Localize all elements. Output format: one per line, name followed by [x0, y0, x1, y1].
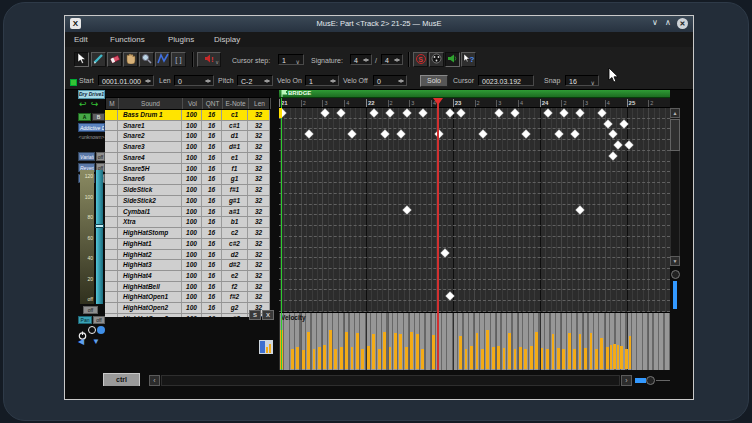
velocity-bar[interactable]	[323, 345, 326, 369]
mute-cell[interactable]	[105, 131, 118, 141]
next-part-arrow-icon[interactable]: ▼	[92, 337, 100, 346]
grid-row[interactable]	[279, 162, 670, 173]
velocity-bar[interactable]	[497, 346, 500, 369]
vzoom-slider[interactable]	[673, 281, 677, 309]
grid-row[interactable]	[279, 215, 670, 226]
mute-cell[interactable]	[105, 250, 118, 260]
vertical-scroll-thumb[interactable]	[670, 119, 680, 151]
velocity-bar[interactable]	[340, 347, 343, 369]
ctrl-tab[interactable]: ctrl	[103, 373, 140, 386]
drum-row-sidestick[interactable]: SideStick10016f#132	[105, 185, 270, 196]
pan-off-chip[interactable]: off	[93, 316, 105, 324]
velocity-bar[interactable]	[372, 334, 375, 369]
grid-row[interactable]	[279, 258, 670, 269]
mute-cell[interactable]	[105, 174, 118, 184]
midi-panic-button[interactable]: ! ∨	[197, 52, 221, 67]
whatsthis-button[interactable]: ?	[461, 52, 476, 67]
controller-off-chip[interactable]: off	[96, 152, 105, 161]
grid-row[interactable]	[279, 237, 670, 248]
velocity-bar[interactable]	[410, 332, 413, 369]
velocity-bar[interactable]	[573, 349, 576, 369]
drum-row-snare5h[interactable]: Snare5H10016f132	[105, 164, 270, 175]
velocity-bar[interactable]	[541, 348, 544, 369]
timeline-ruler[interactable]: 21234222342323424234252	[279, 98, 670, 108]
grid-row[interactable]	[279, 183, 670, 194]
velocity-bar[interactable]	[535, 332, 538, 369]
mute-cell[interactable]	[105, 282, 118, 292]
solo-button[interactable]: Solo	[420, 75, 448, 87]
bank-b-button[interactable]: B	[92, 113, 105, 121]
velocity-bar[interactable]	[356, 333, 359, 369]
drum-row-snare1[interactable]: Snare110016c#132	[105, 121, 270, 132]
mute-cell[interactable]	[105, 217, 118, 227]
drum-row-highhat1[interactable]: HighHat110016c#232	[105, 239, 270, 250]
velocity-bar[interactable]	[600, 338, 603, 369]
menu-display[interactable]: Display	[214, 35, 240, 44]
prev-part-arrow-icon[interactable]: ◀	[78, 337, 84, 346]
ctrl-graph-icon[interactable]	[259, 340, 273, 358]
velocity-bar[interactable]	[432, 335, 435, 369]
velocity-bar[interactable]	[562, 349, 565, 369]
velocity-bar[interactable]	[329, 330, 332, 369]
step-record-button[interactable]: S	[413, 52, 428, 67]
velocity-bar[interactable]	[302, 350, 305, 369]
velocity-bar[interactable]	[291, 349, 294, 369]
signature-denominator[interactable]: 4	[381, 54, 403, 65]
velocity-bar[interactable]	[524, 349, 527, 369]
grid-row[interactable]	[279, 290, 670, 301]
grid-row[interactable]	[279, 194, 670, 205]
velo-off-field[interactable]: 0	[373, 75, 407, 86]
velocity-bar[interactable]	[394, 333, 397, 369]
velo-on-field[interactable]: 1	[305, 75, 339, 86]
velocity-bar[interactable]	[519, 347, 522, 369]
drum-row-highhatstomp[interactable]: HighHatStomp10016c232	[105, 228, 270, 239]
velocity-bar[interactable]	[492, 347, 495, 369]
velocity-bar[interactable]	[503, 348, 506, 369]
velocity-bar[interactable]	[383, 332, 386, 369]
mute-cell[interactable]	[105, 121, 118, 131]
grid-row[interactable]	[279, 269, 670, 280]
grid-row[interactable]	[279, 140, 670, 151]
track-name-tab[interactable]: Dry Drive1	[78, 90, 105, 99]
menu-edit[interactable]: Edit	[74, 35, 88, 44]
menu-plugins[interactable]: Plugins	[168, 35, 194, 44]
minimize-button[interactable]: ∨	[649, 18, 661, 27]
hscroll-right-button[interactable]: ›	[621, 375, 632, 386]
velocity-bar[interactable]	[579, 334, 582, 369]
hscroll-left-button[interactable]: ‹	[149, 375, 160, 386]
drum-row-xtra[interactable]: Xtra10016b132	[105, 217, 270, 228]
drum-row-snare2[interactable]: Snare210016d132	[105, 131, 270, 142]
drum-row-sidestick2[interactable]: SideStick210016g#132	[105, 196, 270, 207]
zoom-tool-button[interactable]	[139, 52, 154, 67]
mute-cell[interactable]	[105, 185, 118, 195]
velocity-bar[interactable]	[584, 348, 587, 369]
horizontal-scrollbar[interactable]	[161, 375, 620, 386]
vzoom-knob[interactable]	[671, 270, 680, 279]
speaker-button[interactable]	[445, 52, 460, 67]
velocity-bar[interactable]	[625, 349, 628, 369]
paste-mode-button[interactable]: [ ]	[171, 52, 186, 67]
velocity-bar[interactable]	[313, 349, 316, 369]
grid-row[interactable]	[279, 172, 670, 183]
velocity-bar[interactable]	[361, 349, 364, 369]
velocity-bar[interactable]	[318, 347, 321, 369]
velocity-bar[interactable]	[307, 332, 310, 369]
drum-row-snare3[interactable]: Snare310016d#132	[105, 142, 270, 153]
velocity-bar[interactable]	[405, 347, 408, 369]
mute-cell[interactable]	[105, 271, 118, 281]
velocity-bar[interactable]	[470, 346, 473, 369]
velocity-bar[interactable]	[334, 349, 337, 369]
marker-bar[interactable]: BRIDGE	[279, 90, 670, 98]
drum-row-highhat3[interactable]: HighHat310016d#232	[105, 260, 270, 271]
velocity-bar[interactable]	[378, 349, 381, 369]
route-in-arrow-icon[interactable]: ↩	[79, 99, 87, 109]
len-field[interactable]: 0	[174, 75, 214, 86]
velocity-bar[interactable]	[557, 348, 560, 369]
velocity-bar[interactable]	[629, 336, 632, 369]
grid-row[interactable]	[279, 205, 670, 216]
drum-row-highhatopen3[interactable]: HighHatOpen310016g#232	[105, 314, 270, 317]
velocity-bar[interactable]	[351, 347, 354, 369]
velocity-bar[interactable]	[399, 334, 402, 369]
velocity-bar[interactable]	[476, 333, 479, 369]
record-ring-icon[interactable]	[88, 326, 96, 334]
